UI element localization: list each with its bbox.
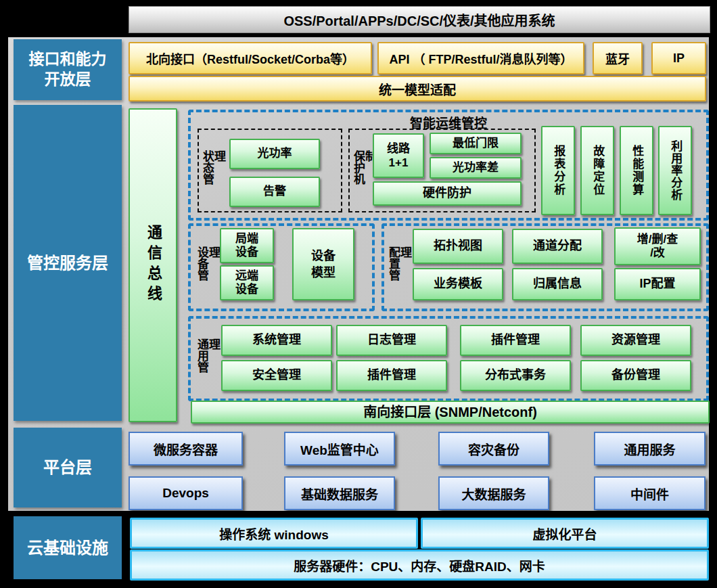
top-systems-bar: OSS/Portal/APPs/DC/SC/仪表/其他应用系统 <box>129 6 710 33</box>
layer-label-interface: 接口和能力 开放层 <box>14 39 122 100</box>
disaster-recovery-box: 容灾备份 <box>438 432 549 466</box>
device-mgmt-group: 设备管理 局端 设备 远端 设备 设备 模型 <box>188 223 375 311</box>
config-mgmt-label: 配置管理 <box>388 247 411 288</box>
utilization-analysis-box: 利用率分析 <box>658 126 692 215</box>
alarm-box: 告警 <box>229 177 320 207</box>
server-hardware-box: 服务器硬件：CPU、内存、硬盘RAID、网卡 <box>130 549 709 581</box>
device-model-box: 设备 模型 <box>292 228 354 300</box>
api-box: API （ FTP/Restful/消息队列等） <box>377 42 584 74</box>
general-service-box: 通用服务 <box>594 432 706 466</box>
distributed-transaction-box: 分布式事务 <box>460 360 571 391</box>
os-windows-box: 操作系统 windows <box>130 518 418 549</box>
layer-label-control: 管控服务层 <box>14 105 122 421</box>
middleware-box: 中间件 <box>594 476 706 510</box>
report-analysis-box: 报表分析 <box>541 126 575 215</box>
channel-alloc-box: 通道分配 <box>512 229 603 264</box>
min-threshold-box: 最低门限 <box>430 133 522 154</box>
performance-calc-box: 性能测算 <box>620 126 653 215</box>
protection-group: 保护机制 线路 1+1 最低门限 光功率差 硬件防护 <box>348 129 536 212</box>
smart-ops-group: 智能运维管控 状态管理 光功率 告警 保护机制 线路 1+1 最低门限 光功率差… <box>188 110 709 221</box>
virtualization-platform-box: 虚拟化平台 <box>421 518 709 549</box>
common-mgmt-group: 通用管理 系统管理 日志管理 插件管理 资源管理 安全管理 插件管理 分布式事务… <box>188 316 709 401</box>
system-mgmt-box: 系统管理 <box>221 325 332 356</box>
layer-label-cloud: 云基础设施 <box>14 516 122 579</box>
config-mgmt-group: 配置管理 拓扑视图 通道分配 增/删/查 /改 业务模板 归属信息 IP配置 <box>381 223 709 311</box>
power-diff-box: 光功率差 <box>430 157 522 179</box>
status-mgmt-label: 状态管理 <box>202 150 225 191</box>
fault-location-box: 故障定位 <box>580 126 614 215</box>
resource-mgmt-box: 资源管理 <box>580 325 691 356</box>
southbound-interface-bar: 南向接口层 (SNMP/Netconf) <box>191 401 710 424</box>
line-1plus1-box: 线路 1+1 <box>373 133 424 178</box>
ip-box: IP <box>651 42 706 74</box>
basic-data-service-box: 基础数据服务 <box>284 476 395 510</box>
backup-mgmt-box: 备份管理 <box>580 360 691 391</box>
protection-label: 保护机制 <box>352 150 375 191</box>
bluetooth-box: 蓝牙 <box>593 42 643 74</box>
ownership-info-box: 归属信息 <box>512 268 603 300</box>
remote-device-box: 远端 设备 <box>220 265 274 300</box>
local-device-box: 局端 设备 <box>220 228 274 263</box>
topology-view-box: 拓扑视图 <box>413 229 503 264</box>
ip-config-box: IP配置 <box>614 268 701 300</box>
web-monitor-center-box: Web监管中心 <box>284 432 395 466</box>
service-template-box: 业务模板 <box>413 268 503 300</box>
unified-model-bar: 统一模型适配 <box>129 76 706 101</box>
device-mgmt-label: 设备管理 <box>196 247 219 288</box>
devops-box: Devops <box>129 476 243 510</box>
plugin-mgmt-box: 插件管理 <box>460 325 571 356</box>
plugin-mgmt-box-2: 插件管理 <box>336 360 447 391</box>
layer-label-platform: 平台层 <box>14 428 122 507</box>
optical-power-box: 光功率 <box>229 139 320 169</box>
status-mgmt-group: 状态管理 光功率 告警 <box>198 129 342 212</box>
log-mgmt-box: 日志管理 <box>336 325 447 356</box>
common-mgmt-label: 通用管理 <box>196 339 219 379</box>
security-mgmt-box: 安全管理 <box>221 360 332 391</box>
communication-bus: 通信总线 <box>129 108 177 422</box>
microservice-container-box: 微服务容器 <box>129 432 243 466</box>
crud-box: 增/删/查 /改 <box>614 227 701 265</box>
hardware-protection-box: 硬件防护 <box>373 181 522 206</box>
architecture-diagram: OSS/Portal/APPs/DC/SC/仪表/其他应用系统 接口和能力 开放… <box>0 0 717 588</box>
northbound-interface-box: 北向接口（Restful/Socket/Corba等） <box>129 42 372 74</box>
big-data-service-box: 大数据服务 <box>438 476 549 510</box>
